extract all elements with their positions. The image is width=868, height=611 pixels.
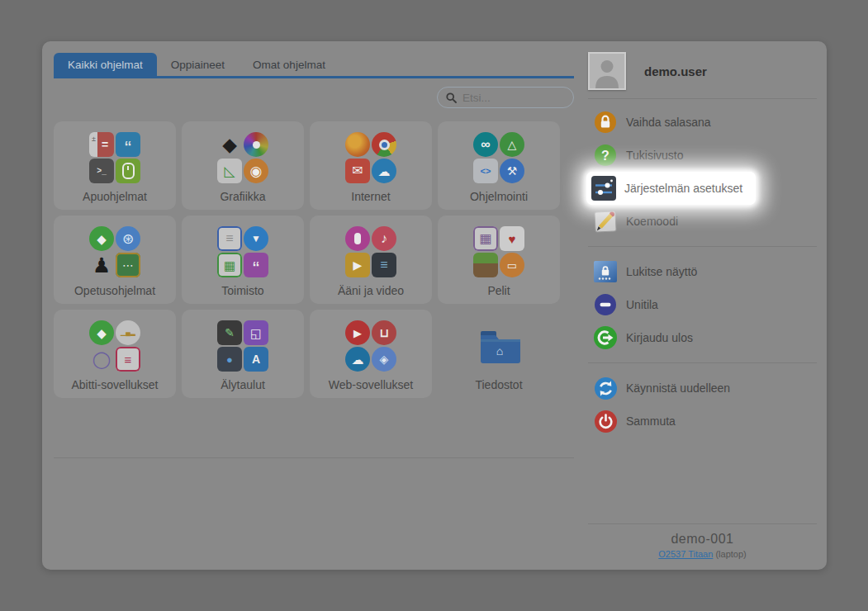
category-label: Pelit [487, 284, 510, 297]
device-link[interactable]: O2537 Titaan [658, 549, 713, 559]
category-tile-opetusohjelmat[interactable]: ◆⊛♟⋯Opetusohjelmat [54, 216, 176, 304]
cards-icon: ♥ [500, 226, 524, 251]
pencil-icon [593, 209, 618, 234]
sidebar-divider [588, 362, 817, 363]
menu-item-label: Käynnistä uudelleen [626, 381, 730, 395]
icon-cluster: ◆◺◉ [217, 132, 268, 183]
settings-sliders-icon [591, 176, 616, 201]
video-editor-icon: ≡ [372, 253, 396, 277]
mouse-settings-icon [116, 159, 140, 183]
menu-item-lukitse-naytto[interactable]: Lukitse näyttö [588, 255, 817, 288]
category-label: Grafiikka [220, 190, 265, 203]
sidebar-footer: demo-001 O2537 Titaan (laptop) [588, 523, 817, 559]
menu-item-label: Sammuta [626, 414, 676, 428]
blender-icon: ◉ [244, 159, 268, 183]
category-tile-toimisto[interactable]: ≡▼▦“Toimisto [182, 216, 304, 304]
icon-cluster: ≡▼▦“ [217, 226, 268, 277]
menu-item-kaynnista-uudelleen[interactable]: Käynnistä uudelleen [588, 372, 817, 405]
launcher-panel: Kaikki ohjelmatOppiaineetOmat ohjelmat E… [42, 41, 827, 570]
stats-chart-icon: ▁▄▂ [116, 320, 140, 345]
calculator-icon: =± [89, 132, 114, 157]
menu-item-label: Vaihda salasana [626, 116, 710, 129]
category-tile-tiedostot[interactable]: ⌂Tiedostot [438, 310, 560, 398]
icon-cluster: ◆⊛♟⋯ [89, 226, 140, 277]
impress-doc-icon: ≡ [116, 347, 140, 372]
video-player-icon: ▶ [345, 253, 370, 277]
education-cap-icon: ◆ [89, 320, 114, 345]
tab-bar: Kaikki ohjelmatOppiaineetOmat ohjelmat [54, 53, 574, 76]
menu-item-jarjestelman-asetukset[interactable]: Järjestelmän asetukset [586, 172, 756, 205]
gamepad-icon: ▭ [500, 253, 524, 277]
category-tile-web-sovellukset[interactable]: ▶⊔☁◈Web-sovellukset [310, 310, 432, 398]
icon-cluster: ▦♥▭ [473, 226, 524, 277]
sleep-icon [593, 294, 618, 315]
calc-doc-icon: ▦ [217, 253, 242, 277]
android-studio-icon: △ [500, 132, 524, 157]
chrome-icon [372, 132, 396, 157]
charmap-icon: “ [116, 132, 140, 157]
quotes-icon: “ [244, 253, 268, 277]
music-icon: ♪ [372, 226, 396, 251]
tab-underline [54, 76, 574, 78]
category-tile-aani-ja-video[interactable]: ♪▶≡Ääni ja video [310, 216, 432, 304]
compass-icon: ◈ [372, 347, 396, 372]
search-icon [446, 92, 457, 103]
icon-cluster: ✉☁ [345, 132, 396, 183]
category-label: Web-sovellukset [329, 378, 413, 391]
category-tile-pelit[interactable]: ▦♥▭Pelit [438, 216, 560, 304]
content-divider [54, 457, 574, 458]
ebook-icon: ⊔ [372, 320, 396, 345]
icon-cluster: ✎◱●A [217, 320, 268, 372]
svg-text:?: ? [601, 149, 609, 163]
category-tile-grafiikka[interactable]: ◆◺◉Grafiikka [182, 121, 304, 210]
desktop-background: Kaikki ohjelmatOppiaineetOmat ohjelmat E… [0, 0, 868, 611]
tux-icon: ♟ [89, 253, 114, 277]
sidebar: demo.user Vaihda salasana?TukisivustoJär… [588, 51, 817, 563]
tab-kaikki-ohjelmat[interactable]: Kaikki ohjelmat [54, 53, 157, 76]
menu-item-sammuta[interactable]: Sammuta [588, 405, 817, 438]
tab-omat-ohjelmat[interactable]: Omat ohjelmat [239, 53, 339, 76]
microphone-icon [345, 226, 370, 251]
education-cap-icon: ◆ [89, 226, 114, 251]
category-label: Toimisto [221, 284, 263, 297]
category-label: Internet [351, 190, 390, 203]
category-label: Abitti-sovellukset [71, 378, 158, 391]
menu-item-label: Koemoodi [626, 215, 678, 228]
menu-item-label: Kirjaudu ulos [626, 331, 693, 344]
menu-item-vaihda-salasana[interactable]: Vaihda salasana [588, 106, 817, 139]
menu-item-tukisivusto[interactable]: ?Tukisivusto [588, 139, 817, 172]
tab-oppiaineet[interactable]: Oppiaineet [157, 53, 239, 76]
folder-home-icon: ⌂ [477, 320, 521, 372]
sudoku-icon: ▦ [473, 226, 498, 251]
tablet-annotate-icon: ✎ [217, 320, 242, 345]
menu-item-unitila[interactable]: Unitila [588, 288, 817, 321]
user-profile[interactable]: demo.user [588, 51, 817, 91]
menu-item-koemoodi[interactable]: Koemoodi [588, 205, 817, 238]
category-tile-apuohjelmat[interactable]: =±“>_Apuohjelmat [54, 121, 176, 210]
color-wheel-icon [244, 132, 268, 157]
category-tile-ohjelmointi[interactable]: ∞△<>⚒Ohjelmointi [438, 121, 560, 210]
search-input[interactable]: Etsi... [437, 87, 574, 108]
device-type: (laptop) [715, 549, 746, 559]
svg-text:⌂: ⌂ [496, 344, 503, 358]
category-tile-internet[interactable]: ✉☁Internet [310, 121, 432, 210]
icon-cluster: ∞△<>⚒ [473, 132, 524, 183]
applications-area: Kaikki ohjelmatOppiaineetOmat ohjelmat E… [54, 53, 574, 458]
menu-item-label: Unitila [626, 298, 658, 311]
menu-item-label: Lukitse näyttö [626, 265, 697, 278]
category-tile-alytaulut[interactable]: ✎◱●AÄlytaulut [182, 310, 304, 398]
writer-doc-icon: ≡ [217, 226, 242, 251]
inkscape-icon: ◆ [217, 132, 242, 157]
sidebar-menu: Vaihda salasana?TukisivustoJärjestelmän … [588, 106, 817, 438]
youtube-icon: ▶ [345, 320, 370, 345]
cloud-browser-icon: ☁ [372, 159, 396, 183]
icon-cluster: =±“>_ [89, 132, 140, 183]
logout-icon [593, 326, 618, 349]
ellipse-tool-icon: ◯ [89, 347, 114, 372]
menu-item-kirjaudu-ulos[interactable]: Kirjaudu ulos [588, 321, 817, 354]
draw-icon: ◺ [217, 159, 242, 183]
science-atom-icon: ⊛ [116, 226, 140, 251]
category-tile-abitti-sovellukset[interactable]: ◆▁▄▂◯≡Abitti-sovellukset [54, 310, 176, 398]
category-label: Ääni ja video [338, 284, 404, 297]
firefox-icon [345, 132, 370, 157]
